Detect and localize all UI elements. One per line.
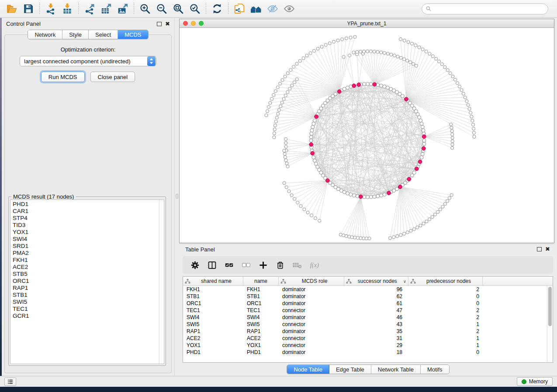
zoom-in-button[interactable] bbox=[137, 2, 153, 16]
panel-splitter[interactable] bbox=[175, 18, 179, 376]
mcds-result-item[interactable]: SWI5 bbox=[13, 299, 159, 306]
table-row[interactable]: RAP1RAP1dominator352 bbox=[183, 328, 547, 335]
tab-mcds[interactable]: MCDS bbox=[118, 30, 148, 39]
float-table-panel-icon[interactable] bbox=[537, 247, 542, 251]
delete-column-button[interactable] bbox=[273, 258, 287, 272]
splitter-grip-icon[interactable] bbox=[176, 194, 178, 199]
zoom-fit-icon bbox=[173, 3, 184, 14]
zoom-selected-icon bbox=[189, 3, 201, 14]
save-session-button[interactable] bbox=[20, 2, 37, 16]
mcds-result-item[interactable]: STB5 bbox=[13, 271, 159, 278]
import-network-icon bbox=[45, 3, 56, 14]
mcds-result-item[interactable]: CAR1 bbox=[13, 208, 159, 215]
refresh-button[interactable] bbox=[209, 2, 225, 16]
tab-network[interactable]: Network bbox=[28, 30, 62, 39]
tab-motifs[interactable]: Motifs bbox=[421, 365, 449, 374]
table-scrollbar[interactable] bbox=[547, 286, 553, 362]
table-row[interactable]: TEC1TEC1connector472 bbox=[183, 307, 547, 314]
float-panel-icon[interactable] bbox=[157, 22, 162, 26]
memory-button[interactable]: Memory bbox=[517, 377, 553, 386]
tab-network-table[interactable]: Network Table bbox=[371, 365, 421, 374]
table-row[interactable]: SWI5SWI5connector431 bbox=[183, 321, 547, 328]
criterion-select[interactable]: largest connected component (undirected) bbox=[20, 56, 156, 66]
import-table-button[interactable] bbox=[59, 2, 76, 16]
mcds-list-scrollbar[interactable] bbox=[159, 200, 164, 364]
column-header-successor-nodes[interactable]: successor nodes∨ bbox=[344, 277, 408, 285]
show-columns-button[interactable] bbox=[205, 258, 219, 272]
close-table-panel-icon[interactable]: ✖ bbox=[545, 247, 550, 251]
mcds-result-item[interactable]: ORC1 bbox=[13, 278, 159, 285]
tab-edge-table[interactable]: Edge Table bbox=[329, 365, 371, 374]
export-network-button[interactable] bbox=[81, 2, 98, 16]
table-cell: ACE2 bbox=[183, 335, 243, 342]
column-header-predecessor-nodes[interactable]: predecessor nodes bbox=[408, 277, 483, 285]
import-network-button[interactable] bbox=[42, 2, 59, 16]
export-image-button[interactable] bbox=[114, 2, 131, 16]
table-cell: STB1 bbox=[243, 293, 279, 300]
mcds-result-item[interactable]: ACE2 bbox=[13, 264, 159, 271]
tab-node-table[interactable]: Node Table bbox=[287, 365, 329, 374]
table-row[interactable]: STB1STB1dominator620 bbox=[183, 293, 547, 300]
trash-icon bbox=[276, 261, 285, 270]
table-row[interactable]: ACE2ACE2connector311 bbox=[183, 335, 547, 342]
table-row[interactable]: SWI4SWI4dominator462 bbox=[183, 314, 547, 321]
mcds-result-item[interactable]: STB1 bbox=[13, 292, 159, 299]
hide-selected-button[interactable] bbox=[264, 2, 281, 16]
column-header-name[interactable]: name bbox=[243, 277, 279, 285]
mcds-result-item[interactable]: FKH1 bbox=[13, 257, 159, 264]
table-cell: TEC1 bbox=[243, 307, 279, 314]
table-cell: dominator bbox=[279, 293, 344, 300]
mcds-result-item[interactable]: TID3 bbox=[13, 222, 159, 229]
mcds-result-item[interactable]: STP4 bbox=[13, 215, 159, 222]
export-table-button[interactable] bbox=[98, 2, 114, 16]
network-window-titlebar[interactable]: YPA_prune.txt_1 bbox=[180, 19, 554, 28]
column-header-shared-name[interactable]: shared name bbox=[183, 277, 243, 285]
table-row[interactable]: YOX1YOX1connector291 bbox=[183, 342, 547, 349]
column-header-mcds-role[interactable]: MCDS role bbox=[279, 277, 344, 285]
fx-icon: f(x) bbox=[308, 261, 321, 270]
tab-style[interactable]: Style bbox=[62, 30, 89, 39]
table-row[interactable]: ORC1ORC1dominator610 bbox=[183, 300, 547, 307]
mcds-result-item[interactable]: SWI4 bbox=[13, 236, 159, 243]
task-history-button[interactable] bbox=[4, 378, 16, 386]
zoom-selected-button[interactable] bbox=[187, 2, 203, 16]
mcds-result-item[interactable]: PMA2 bbox=[13, 250, 159, 257]
table-cell: dominator bbox=[279, 286, 344, 293]
network-canvas[interactable] bbox=[180, 28, 554, 243]
tab-select[interactable]: Select bbox=[89, 30, 118, 39]
table-row[interactable]: FKH1FKH1dominator962 bbox=[183, 286, 547, 293]
table-cell: 18 bbox=[344, 349, 408, 356]
table-cell: dominator bbox=[279, 349, 344, 356]
search-input[interactable] bbox=[434, 6, 544, 12]
toolbar-group bbox=[42, 2, 76, 16]
mcds-result-item[interactable]: SRD1 bbox=[13, 243, 159, 250]
zoom-out-button[interactable] bbox=[153, 2, 170, 16]
mcds-result-item[interactable]: YOX1 bbox=[13, 229, 159, 236]
open-session-button[interactable] bbox=[3, 2, 20, 16]
mcds-result-item[interactable]: RAP1 bbox=[13, 285, 159, 292]
table-cell: 2 bbox=[408, 314, 483, 321]
table-cell: 35 bbox=[344, 328, 408, 335]
show-all-button[interactable] bbox=[281, 2, 298, 16]
hierarchy-icon bbox=[410, 279, 416, 284]
run-mcds-button[interactable]: Run MCDS bbox=[41, 72, 85, 82]
delete-table-button bbox=[290, 258, 304, 272]
mcds-result-list[interactable]: PHD1CAR1STP4TID3YOX1SWI4SRD1PMA2FKH1ACE2… bbox=[10, 199, 164, 364]
clone-network-button[interactable] bbox=[231, 2, 248, 16]
close-panel-icon[interactable]: ✖ bbox=[165, 22, 170, 26]
network-graph[interactable] bbox=[180, 28, 554, 243]
first-neighbors-button[interactable] bbox=[248, 2, 264, 16]
select-all-rows-button[interactable] bbox=[222, 258, 236, 272]
search-box[interactable] bbox=[422, 3, 548, 14]
add-column-button[interactable] bbox=[256, 258, 270, 272]
table-scrollbar-thumb[interactable] bbox=[548, 287, 552, 326]
mcds-result-item[interactable]: GCR1 bbox=[13, 313, 159, 320]
mcds-result-item[interactable]: TEC1 bbox=[13, 306, 159, 313]
mcds-tab-panel: Optimization criterion: largest connecte… bbox=[4, 34, 172, 373]
close-panel-button[interactable]: Close panel bbox=[90, 72, 135, 82]
table-row[interactable]: PHD1PHD1dominator180 bbox=[183, 349, 547, 356]
zoom-fit-button[interactable] bbox=[170, 2, 187, 16]
deselect-all-rows-button[interactable] bbox=[239, 258, 253, 272]
mcds-result-item[interactable]: PHD1 bbox=[13, 201, 159, 208]
table-settings-button[interactable] bbox=[188, 258, 202, 272]
